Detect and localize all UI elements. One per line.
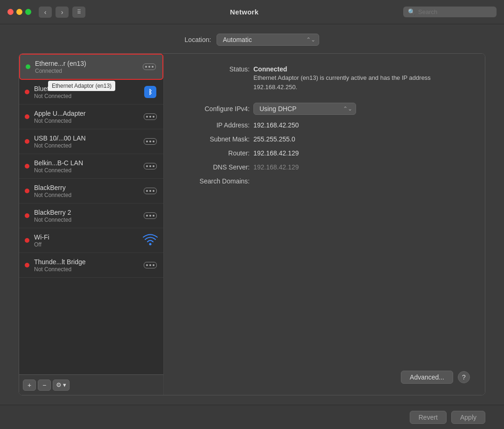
status-row: Status: Connected Ethernet Adaptor (en13…	[179, 65, 470, 91]
location-label: Location:	[185, 36, 211, 43]
wifi-svg-icon	[143, 234, 158, 247]
apple-usb-icon	[143, 109, 158, 124]
wifi-name: Wi-Fi	[34, 233, 143, 241]
subnet-mask-label: Subnet Mask:	[179, 135, 253, 143]
window-title: Network	[230, 8, 259, 16]
bluetooth-symbol-icon: ᛒ	[144, 86, 156, 98]
belkin-info: Belkin...B-C LAN Not Connected	[34, 159, 143, 174]
fullscreen-button[interactable]	[25, 9, 31, 15]
bluetooth-pan-info: Bluetooth PAN Not Connected	[34, 85, 143, 99]
usb-lan-icon	[143, 134, 158, 149]
configure-ipv4-select-wrapper[interactable]: Using DHCP ⌃⌄	[253, 103, 356, 115]
status-dot-bluetooth	[25, 90, 29, 94]
dns-server-row: DNS Server: 192.168.42.129	[179, 163, 470, 171]
detail-panel: Status: Connected Ethernet Adaptor (en13…	[164, 54, 485, 395]
bluetooth-icon: ᛒ	[143, 84, 158, 99]
titlebar: ‹ › ⠿ Network 🔍	[0, 0, 504, 24]
ethernet-status: Connected	[35, 68, 142, 74]
remove-network-button[interactable]: −	[38, 380, 51, 391]
blackberry-info: BlackBerry Not Connected	[34, 184, 143, 198]
dots-icon-5	[144, 188, 157, 194]
search-icon: 🔍	[408, 8, 415, 15]
search-box[interactable]: 🔍	[403, 7, 497, 17]
ip-address-row: IP Address: 192.168.42.250	[179, 121, 470, 129]
dns-server-value: 192.168.42.129	[253, 163, 299, 171]
location-select-wrapper[interactable]: Automatic ⌃⌄	[217, 34, 319, 46]
main-panel: Location: Automatic ⌃⌄ Etherne...r (en13…	[0, 24, 504, 405]
sidebar-item-wifi[interactable]: Wi-Fi Off	[19, 228, 163, 253]
svg-point-0	[149, 243, 152, 246]
sidebar-item-blackberry[interactable]: BlackBerry Not Connected	[19, 179, 163, 204]
dots-icon-8	[144, 262, 157, 268]
status-dot-blackberry	[25, 189, 29, 193]
blackberry2-icon	[143, 208, 158, 223]
apply-button[interactable]: Apply	[451, 411, 485, 424]
belkin-name: Belkin...B-C LAN	[34, 159, 143, 167]
sidebar-item-ethernet[interactable]: Etherne...r (en13) Connected Ethernet Ad…	[19, 54, 163, 80]
add-network-button[interactable]: +	[23, 380, 36, 391]
gear-menu-button[interactable]: ⚙ ▾	[53, 380, 70, 391]
advanced-button[interactable]: Advanced...	[401, 371, 453, 384]
network-sidebar: Etherne...r (en13) Connected Ethernet Ad…	[19, 54, 164, 395]
thunderbolt-name: Thunde...lt Bridge	[34, 258, 143, 266]
configure-ipv4-row: Configure IPv4: Using DHCP ⌃⌄	[179, 103, 470, 115]
bluetooth-pan-name: Bluetooth PAN	[34, 85, 143, 92]
apple-usb-info: Apple U...Adapter Not Connected	[34, 110, 143, 124]
apple-usb-name: Apple U...Adapter	[34, 110, 143, 117]
usb-lan-name: USB 10/...00 LAN	[34, 134, 143, 142]
apple-usb-status: Not Connected	[34, 118, 143, 124]
sidebar-item-thunderbolt[interactable]: Thunde...lt Bridge Not Connected	[19, 253, 163, 278]
location-bar: Location: Automatic ⌃⌄	[19, 24, 485, 53]
forward-button[interactable]: ›	[56, 7, 69, 18]
status-value: Connected	[253, 65, 287, 73]
sidebar-item-blackberry2[interactable]: BlackBerry 2 Not Connected	[19, 204, 163, 228]
status-dot-ethernet	[26, 64, 30, 69]
revert-button[interactable]: Revert	[410, 411, 447, 424]
sidebar-item-usb-lan[interactable]: USB 10/...00 LAN Not Connected	[19, 129, 163, 154]
status-dot-apple-usb	[25, 114, 29, 119]
configure-ipv4-select[interactable]: Using DHCP	[253, 103, 356, 115]
back-button[interactable]: ‹	[39, 7, 52, 18]
sidebar-bottom-bar: + − ⚙ ▾	[19, 374, 163, 395]
router-label: Router:	[179, 149, 253, 157]
blackberry2-info: BlackBerry 2 Not Connected	[34, 209, 143, 223]
dots-icon-2	[144, 113, 157, 120]
ethernet-icon	[142, 59, 157, 74]
help-button[interactable]: ?	[458, 371, 470, 383]
sidebar-item-apple-usb[interactable]: Apple U...Adapter Not Connected	[19, 105, 163, 129]
status-dot-blackberry2	[25, 213, 29, 218]
thunderbolt-icon	[143, 258, 158, 273]
search-domains-label: Search Domains:	[179, 177, 253, 185]
ip-address-value: 192.168.42.250	[253, 121, 299, 129]
blackberry2-status: Not Connected	[34, 217, 143, 223]
sidebar-item-belkin-lan[interactable]: Belkin...B-C LAN Not Connected	[19, 154, 163, 179]
content-area: Etherne...r (en13) Connected Ethernet Ad…	[19, 53, 485, 395]
usb-lan-info: USB 10/...00 LAN Not Connected	[34, 134, 143, 149]
bluetooth-pan-status: Not Connected	[34, 93, 143, 99]
blackberry-status: Not Connected	[34, 192, 143, 198]
status-description: Ethernet Adaptor (en13) is currently act…	[253, 74, 431, 91]
ip-address-label: IP Address:	[179, 121, 253, 129]
location-select[interactable]: Automatic	[217, 34, 319, 46]
status-dot-usb-lan	[25, 139, 29, 144]
wifi-info: Wi-Fi Off	[34, 233, 143, 248]
sidebar-list: Etherne...r (en13) Connected Ethernet Ad…	[19, 54, 163, 374]
close-button[interactable]	[7, 9, 14, 15]
subnet-mask-value: 255.255.255.0	[253, 135, 295, 143]
sidebar-item-bluetooth-pan[interactable]: Bluetooth PAN Not Connected ᛒ	[19, 80, 163, 105]
dns-server-label: DNS Server:	[179, 163, 253, 171]
minimize-button[interactable]	[16, 9, 22, 15]
traffic-lights	[7, 9, 31, 15]
status-dot-belkin	[25, 164, 29, 169]
detail-bottom-buttons: Advanced... ?	[179, 371, 470, 384]
router-row: Router: 192.168.42.129	[179, 149, 470, 157]
grid-button[interactable]: ⠿	[72, 7, 85, 18]
usb-lan-status: Not Connected	[34, 142, 143, 149]
apply-bar: Revert Apply	[0, 405, 504, 429]
search-input[interactable]	[418, 8, 492, 15]
status-value-group: Connected Ethernet Adaptor (en13) is cur…	[253, 65, 470, 91]
belkin-status: Not Connected	[34, 167, 143, 174]
dots-icon	[143, 63, 156, 70]
configure-ipv4-label: Configure IPv4:	[179, 105, 253, 113]
subnet-mask-row: Subnet Mask: 255.255.255.0	[179, 135, 470, 143]
